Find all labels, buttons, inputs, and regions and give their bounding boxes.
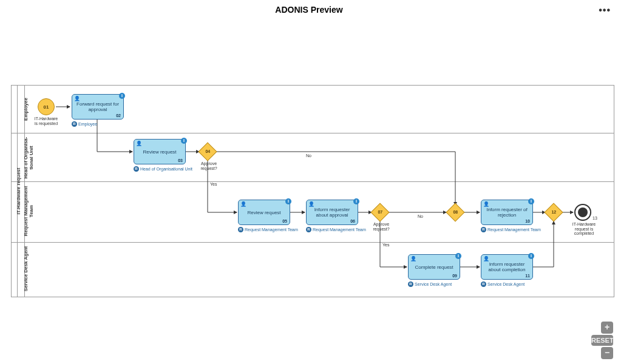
edge-g07-no: No bbox=[418, 214, 423, 218]
gateway-04-label: Approve request? bbox=[197, 161, 221, 170]
task-label: Inform requester about approval bbox=[314, 207, 350, 218]
task-label: Inform requester of rejection bbox=[486, 207, 528, 218]
task-inform-rejection[interactable]: 👤 Inform requester of rejection 10 i bbox=[481, 200, 533, 225]
task-label: Inform requester about completion bbox=[489, 261, 526, 272]
gateway-num: 04 bbox=[202, 149, 214, 153]
info-icon[interactable]: i bbox=[528, 253, 534, 259]
start-event-num: 01 bbox=[44, 104, 49, 110]
task-num: 09 bbox=[452, 274, 457, 278]
end-event-label: IT-Hardware request is completed bbox=[566, 222, 602, 236]
gateway-num: 08 bbox=[449, 210, 461, 214]
edge-g07-yes: Yes bbox=[382, 243, 389, 247]
start-event[interactable]: 01 bbox=[38, 98, 55, 115]
info-icon[interactable]: i bbox=[181, 138, 187, 144]
role-head: RHead of Organisational Unit bbox=[134, 166, 192, 172]
task-label: Review request bbox=[247, 210, 280, 215]
task-num: 05 bbox=[282, 219, 287, 223]
start-event-label: IT-Hardware is requested bbox=[29, 116, 63, 126]
lane-label-sda: Service Desk Agent bbox=[23, 241, 32, 296]
info-icon[interactable]: i bbox=[353, 198, 359, 204]
task-review-request-rmt[interactable]: 👤 Review request 05 i bbox=[238, 200, 290, 225]
zoom-in-button[interactable]: + bbox=[601, 322, 613, 334]
info-icon[interactable]: i bbox=[119, 93, 125, 99]
user-task-icon: 👤 bbox=[483, 201, 489, 207]
role-sda-09: RService Desk Agent bbox=[408, 281, 452, 287]
task-review-request-head[interactable]: 👤 Review request 03 i bbox=[134, 139, 186, 164]
zoom-controls: + RESET − bbox=[591, 322, 613, 359]
role-rmt-06: RRequest Management Team bbox=[306, 227, 366, 232]
user-task-icon: 👤 bbox=[410, 256, 416, 261]
gateway-num: 12 bbox=[548, 210, 560, 214]
lane-head bbox=[11, 133, 614, 182]
info-icon[interactable]: i bbox=[528, 198, 534, 204]
more-options-icon[interactable]: ••• bbox=[599, 5, 611, 16]
role-rmt-10: RRequest Management Team bbox=[481, 227, 541, 232]
task-label: Forward request for approval bbox=[76, 101, 119, 112]
task-inform-completion[interactable]: 👤 Inform requester about completion 11 i bbox=[481, 254, 533, 280]
task-num: 11 bbox=[525, 274, 530, 278]
task-inform-approval[interactable]: 👤 Inform requester about approval 06 i bbox=[306, 200, 358, 225]
info-icon[interactable]: i bbox=[285, 198, 291, 204]
edge-g04-yes: Yes bbox=[210, 182, 217, 186]
gateway-num: 07 bbox=[374, 210, 386, 214]
page-title: ADONIS Preview bbox=[0, 0, 618, 17]
task-label: Review request bbox=[143, 149, 176, 155]
task-num: 02 bbox=[116, 113, 121, 118]
lane-label-employee: Employee bbox=[23, 85, 32, 133]
end-event[interactable] bbox=[574, 204, 591, 221]
user-task-icon: 👤 bbox=[483, 256, 489, 261]
diagram-canvas[interactable]: IT-Hardware request Employee Head of Org… bbox=[0, 24, 618, 340]
task-num: 06 bbox=[350, 219, 355, 223]
task-num: 10 bbox=[525, 219, 530, 223]
task-complete-request[interactable]: 👤 Complete request 09 i bbox=[408, 254, 460, 280]
task-label: Complete request bbox=[415, 265, 453, 270]
info-icon[interactable]: i bbox=[455, 253, 461, 259]
task-num: 03 bbox=[178, 158, 183, 163]
role-employee: REmployee bbox=[72, 121, 97, 127]
zoom-out-button[interactable]: − bbox=[601, 347, 613, 359]
user-task-icon: 👤 bbox=[74, 96, 80, 101]
user-task-icon: 👤 bbox=[136, 141, 142, 146]
lane-label-head: Head of Organisa- tional Unit bbox=[23, 133, 32, 182]
reset-zoom-button[interactable]: RESET bbox=[591, 335, 613, 346]
user-task-icon: 👤 bbox=[308, 201, 314, 207]
gateway-07-label: Approve request? bbox=[369, 222, 393, 231]
edge-g04-no: No bbox=[306, 153, 311, 158]
user-task-icon: 👤 bbox=[240, 201, 246, 207]
end-event-num: 13 bbox=[593, 216, 597, 221]
role-sda-11: RService Desk Agent bbox=[481, 281, 525, 287]
lane-label-rmt: Request Management Team bbox=[23, 181, 32, 241]
task-forward-request[interactable]: 👤 Forward request for approval 02 i bbox=[72, 94, 124, 120]
role-rmt-05: RRequest Management Team bbox=[238, 227, 298, 232]
